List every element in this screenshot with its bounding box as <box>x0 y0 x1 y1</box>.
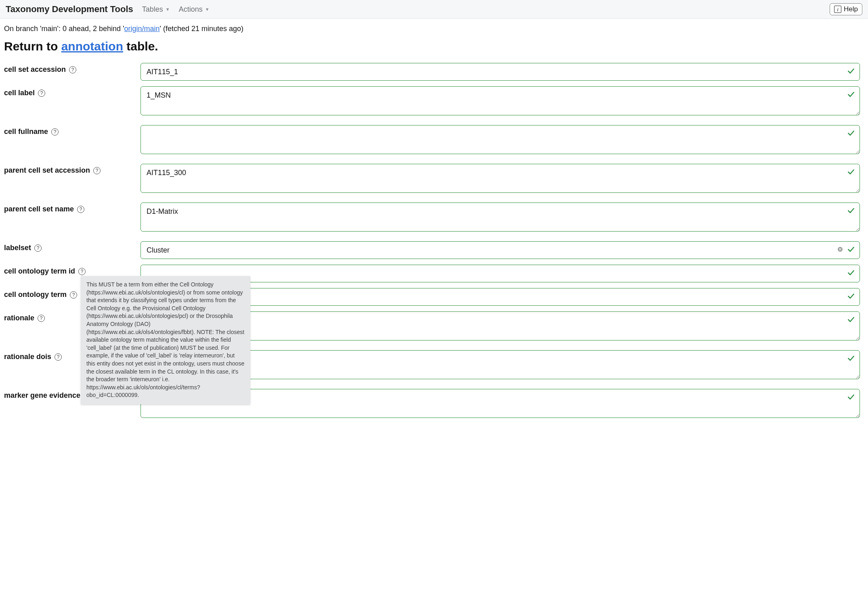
nav-actions-dropdown[interactable]: Actions ▼ <box>179 5 210 14</box>
help-icon[interactable]: ? <box>38 315 45 322</box>
row-cell-set-accession: cell set accession ? <box>4 63 860 81</box>
branch-status: On branch 'main': 0 ahead, 2 behind 'ori… <box>0 19 868 36</box>
valid-check-icon <box>847 67 855 77</box>
help-icon[interactable]: ? <box>78 268 86 275</box>
nav-actions-label: Actions <box>179 5 203 14</box>
nav-tables-label: Tables <box>142 5 163 14</box>
page-title-prefix: Return to <box>4 40 61 53</box>
label-cell-fullname: cell fullname <box>4 127 48 136</box>
label-cell-ontology-term-id: cell ontology term id <box>4 267 75 276</box>
label-rationale: rationale <box>4 314 34 322</box>
label-cell-ontology-term: cell ontology term <box>4 290 67 299</box>
label-marker-gene-evidence: marker gene evidence <box>4 391 80 400</box>
info-icon: i <box>834 6 841 13</box>
row-parent-cell-set-name: parent cell set name ? <box>4 203 860 233</box>
textarea-cell-fullname[interactable] <box>140 125 860 154</box>
branch-origin-link[interactable]: origin/main <box>124 25 160 33</box>
top-navbar: Taxonomy Development Tools Tables ▼ Acti… <box>0 0 868 19</box>
valid-check-icon <box>847 90 855 100</box>
help-button[interactable]: i Help <box>830 3 862 15</box>
row-parent-cell-set-accession: parent cell set accession ? <box>4 164 860 194</box>
help-icon[interactable]: ? <box>77 206 84 213</box>
valid-check-icon <box>847 292 855 302</box>
combobox-labelset[interactable] <box>140 241 860 259</box>
label-rationale-dois: rationale dois <box>4 353 51 361</box>
page-title: Return to annotation table. <box>0 36 868 63</box>
label-parent-cell-set-name: parent cell set name <box>4 205 74 213</box>
valid-check-icon <box>847 245 855 255</box>
valid-check-icon <box>847 129 855 139</box>
valid-check-icon <box>847 393 855 403</box>
help-icon[interactable]: ? <box>34 244 42 252</box>
chevron-down-icon: ▼ <box>205 7 210 12</box>
branch-status-prefix: On branch 'main': 0 ahead, 2 behind ' <box>4 25 124 33</box>
help-icon[interactable]: ? <box>51 128 59 136</box>
textarea-cell-label[interactable] <box>140 86 860 115</box>
brand-title: Taxonomy Development Tools <box>6 4 133 15</box>
help-icon[interactable]: ? <box>70 291 77 299</box>
record-form: cell set accession ? cell label ? cell f… <box>0 63 868 440</box>
label-parent-cell-set-accession: parent cell set accession <box>4 166 90 175</box>
help-tooltip-text: This MUST be a term from either the Cell… <box>86 281 244 398</box>
help-icon[interactable]: ? <box>55 353 62 361</box>
valid-check-icon <box>847 269 855 278</box>
row-labelset: labelset ? <box>4 241 860 259</box>
row-cell-ontology-term-id: cell ontology term id ? This MUST be a t… <box>4 265 860 282</box>
page-title-suffix: table. <box>123 40 158 53</box>
valid-check-icon <box>847 168 855 178</box>
nav-tables-dropdown[interactable]: Tables ▼ <box>142 5 170 14</box>
branch-status-suffix: ' (fetched 21 minutes ago) <box>160 25 244 33</box>
help-button-label: Help <box>844 5 858 13</box>
label-cell-set-accession: cell set accession <box>4 65 66 74</box>
valid-check-icon <box>847 315 855 325</box>
row-cell-fullname: cell fullname ? <box>4 125 860 156</box>
help-icon[interactable]: ? <box>69 66 76 73</box>
help-icon[interactable]: ? <box>93 167 101 174</box>
chevron-down-icon: ▼ <box>166 7 170 12</box>
textarea-parent-cell-set-accession[interactable] <box>140 164 860 193</box>
label-cell-label: cell label <box>4 89 35 97</box>
input-cell-set-accession[interactable] <box>140 63 860 81</box>
valid-check-icon <box>847 207 855 216</box>
valid-check-icon <box>847 354 855 364</box>
label-labelset: labelset <box>4 244 31 252</box>
help-tooltip: This MUST be a term from either the Cell… <box>81 276 250 404</box>
textarea-parent-cell-set-name[interactable] <box>140 203 860 232</box>
row-cell-label: cell label ? <box>4 86 860 117</box>
help-icon[interactable]: ? <box>38 90 45 97</box>
annotation-table-link[interactable]: annotation <box>61 40 123 53</box>
clear-icon[interactable] <box>837 246 844 253</box>
